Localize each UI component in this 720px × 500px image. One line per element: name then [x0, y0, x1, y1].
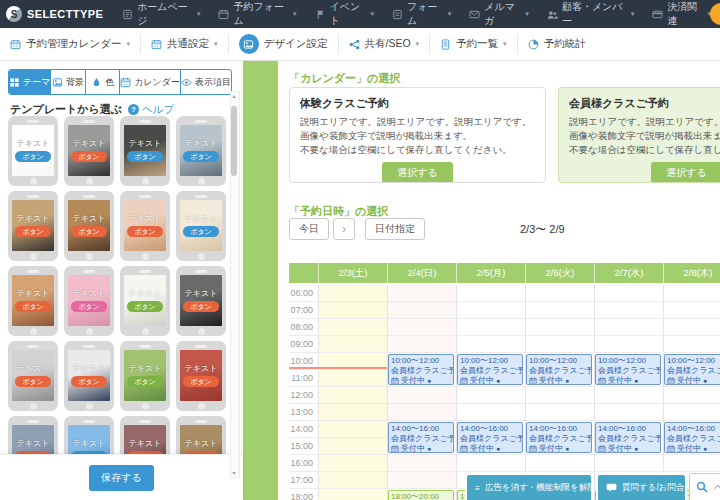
calendar-slot[interactable] [456, 302, 525, 318]
template-potpourri[interactable]: テキストボタン [8, 266, 58, 336]
calendar-slot[interactable] [525, 455, 594, 471]
template-dark-sport[interactable]: テキストボタン [176, 266, 226, 336]
calendar-slot[interactable] [387, 302, 456, 318]
calendar-slot[interactable] [594, 336, 663, 352]
template-desk-monitor[interactable]: テキストボタン [120, 116, 170, 186]
select-calendar-button[interactable]: 選択する [651, 162, 720, 183]
calendar-slot[interactable] [318, 438, 387, 454]
calendar-slot[interactable] [663, 336, 720, 352]
help-search-input[interactable] [712, 481, 720, 494]
scroll-down-icon[interactable]: ▾ [231, 469, 237, 477]
template-camera[interactable]: テキストボタン [120, 191, 170, 261]
scrollbar-thumb[interactable] [231, 106, 237, 176]
sidebar-tab-3[interactable]: カレンダー [119, 70, 180, 94]
contact-button[interactable]: 質問する/お問合わせ [596, 473, 687, 500]
template-whiteboard[interactable]: テキストボタン [120, 266, 170, 336]
calendar-slot[interactable] [663, 404, 720, 420]
calendar-slot[interactable] [525, 302, 594, 318]
blue-event[interactable]: 14:00〜16:00会員様クラスご予約受付中● [595, 422, 661, 453]
blue-event[interactable]: 14:00〜16:00会員様クラスご予約受付中● [526, 422, 592, 453]
toolbar-item-3[interactable]: 共有/SEO▾ [339, 37, 430, 51]
calendar-slot[interactable] [318, 387, 387, 403]
calendar-slot[interactable] [456, 455, 525, 471]
topbar-menu-6[interactable]: 決済関連▾ [643, 0, 720, 28]
calendar-slot[interactable] [318, 455, 387, 471]
calendar-slot[interactable] [318, 370, 387, 386]
calendar-slot[interactable] [594, 319, 663, 335]
calendar-slot[interactable] [387, 285, 456, 301]
next-week-button[interactable]: › [333, 218, 355, 240]
template-grass-field[interactable]: テキストボタン [120, 341, 170, 411]
topbar-menu-2[interactable]: イベント▾ [306, 0, 384, 28]
calendar-slot[interactable] [318, 302, 387, 318]
calendar-slot[interactable] [525, 336, 594, 352]
calendar-slot[interactable] [318, 319, 387, 335]
toolbar-item-1[interactable]: 共通設定▾ [141, 37, 228, 51]
topbar-menu-1[interactable]: 予約フォーム▾ [209, 0, 305, 28]
calendar-slot[interactable] [456, 285, 525, 301]
calendar-slot[interactable] [387, 404, 456, 420]
template-pink-craft[interactable]: テキストボタン [64, 266, 114, 336]
toolbar-item-0[interactable]: 予約管理カレンダー▾ [0, 37, 140, 51]
template-notebook[interactable]: テキストボタン [176, 191, 226, 261]
select-calendar-button[interactable]: 選択する [382, 162, 452, 183]
save-button[interactable]: 保存する [89, 465, 153, 491]
toolbar-item-5[interactable]: 予約統計 [518, 37, 596, 51]
calendar-slot[interactable] [318, 336, 387, 352]
template-watch-monochrome[interactable]: テキストボタン [64, 116, 114, 186]
blue-event[interactable]: 14:00〜16:00会員様クラスご予約受付中● [388, 422, 454, 453]
calendar-slot[interactable] [456, 336, 525, 352]
calendar-slot[interactable] [456, 404, 525, 420]
calendar-slot[interactable] [387, 319, 456, 335]
template-running-track[interactable]: テキストボタン [176, 341, 226, 411]
sidebar-tab-1[interactable]: 背景 [50, 70, 84, 94]
calendar-slot[interactable] [594, 285, 663, 301]
calendar-slot[interactable] [387, 336, 456, 352]
blue-event[interactable]: 14:00〜16:00会員様クラスご予約受付中● [664, 422, 720, 453]
scroll-up-icon[interactable]: ▴ [231, 92, 237, 100]
calendar-slot[interactable] [525, 285, 594, 301]
blue-event[interactable]: 10:00〜12:00会員様クラスご予約受付中● [664, 354, 720, 385]
calendar-slot[interactable] [456, 387, 525, 403]
template-gym[interactable]: テキストボタン [8, 341, 58, 411]
calendar-slot[interactable] [525, 387, 594, 403]
today-button[interactable]: 今日 [289, 218, 329, 240]
calendar-slot[interactable] [318, 404, 387, 420]
calendar-slot[interactable] [318, 285, 387, 301]
calendar-slot[interactable] [594, 387, 663, 403]
calendar-slot[interactable] [387, 472, 456, 488]
toolbar-item-2[interactable]: デザイン設定 [229, 34, 338, 54]
calendar-slot[interactable] [387, 387, 456, 403]
date-pick-button[interactable]: 日付指定 [365, 218, 425, 240]
blue-event[interactable]: 10:00〜12:00会員様クラスご予約受付中● [457, 354, 523, 385]
calendar-slot[interactable] [663, 319, 720, 335]
calendar-slot[interactable] [318, 489, 387, 500]
template-car[interactable]: テキストボタン [176, 116, 226, 186]
calendar-slot[interactable] [663, 302, 720, 318]
topbar-menu-5[interactable]: 顧客・メンバー▾ [538, 0, 643, 28]
calendar-slot[interactable] [387, 455, 456, 471]
sidebar-tab-4[interactable]: 表示項目 [180, 70, 231, 94]
calendar-slot[interactable] [456, 319, 525, 335]
calendar-slot[interactable] [594, 455, 663, 471]
template-wood-notebook[interactable]: テキストボタン [64, 191, 114, 261]
brand-logo[interactable]: S SELECTTYPE [0, 6, 113, 22]
calendar-slot[interactable] [594, 302, 663, 318]
help-link[interactable]: ? ヘルプ [128, 103, 174, 117]
template-tennis[interactable]: テキストボタン [64, 341, 114, 411]
calendar-slot[interactable] [318, 421, 387, 437]
remove-ads-button[interactable]: ≡ 広告を消す・機能制限を解除する [465, 473, 593, 500]
topbar-menu-4[interactable]: メルマガ▾ [460, 0, 538, 28]
blue-event[interactable]: 10:00〜12:00会員様クラスご予約受付中● [388, 354, 454, 385]
topbar-menu-3[interactable]: フォーム▾ [383, 0, 460, 28]
calendar-slot[interactable] [525, 319, 594, 335]
help-search-box[interactable] [689, 473, 720, 500]
calendar-slot[interactable] [663, 285, 720, 301]
sidebar-scrollbar[interactable]: ▴ ▾ [230, 91, 240, 478]
calendar-slot[interactable] [663, 387, 720, 403]
toolbar-item-4[interactable]: 予約一覧▾ [430, 37, 517, 51]
calendar-slot[interactable] [318, 472, 387, 488]
calendar-slot[interactable] [594, 404, 663, 420]
template-laptop-desk[interactable]: テキストボタン [8, 191, 58, 261]
sidebar-tab-0[interactable]: テーマ [9, 70, 50, 94]
